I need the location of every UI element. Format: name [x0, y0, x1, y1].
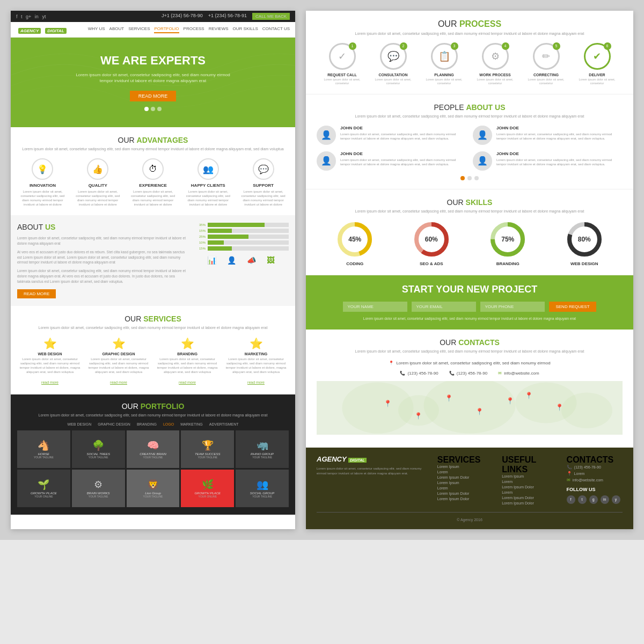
person-card-3: 👤 JOHN DOE Lorem ipsum dolor sit amet, c… [317, 151, 466, 171]
footer-link-s5[interactable]: Lorem [437, 486, 493, 490]
nav-process[interactable]: PROCESS [184, 26, 204, 33]
new-project-text: Lorem ipsum dolor sit amet, consetetur s… [362, 316, 577, 321]
portfolio-item-brain-works[interactable]: ⚙ BRAIN WORKS YOUR TAGLINE [72, 470, 125, 507]
phone-input[interactable] [480, 302, 545, 312]
branding-link[interactable]: read more [179, 380, 196, 384]
footer-link-u3[interactable]: Lorem Ipsum Dolor [502, 485, 558, 489]
step-correct-text: Lorem ipsum dolor sit amet, consetetur [521, 78, 572, 85]
footer-useful-title: USEFUL LINKS [502, 455, 558, 474]
person-info-3: JOHN DOE Lorem ipsum dolor sit amet, con… [340, 151, 466, 167]
seo-name: SEO & ADS [413, 261, 450, 266]
footer-yt-icon[interactable]: y [612, 495, 620, 504]
people-dot-2[interactable] [467, 176, 472, 180]
skills-subtitle: Lorem ipsum dolor sit amet, consetetur s… [317, 209, 623, 214]
portfolio-item-social-trees[interactable]: 🌳 SOCIAL TREES YOUR TAGLINE [72, 430, 125, 468]
ln-icon[interactable]: in [35, 14, 39, 19]
branding-name: BRANDING [489, 261, 526, 266]
step-deliver-circle: ✔6 [584, 43, 611, 70]
map-pin-1: 📍 [384, 400, 392, 407]
footer-link-u4[interactable]: Lorem [502, 491, 558, 494]
footer-link-u5[interactable]: Lorem Ipsum Dolor [502, 496, 558, 500]
map-pins: 📍 📍 📍 📍 📍 📍 📍 [317, 381, 623, 435]
person-name-4: JOHN DOE [496, 151, 623, 156]
portfolio-item-growth[interactable]: 🌱 GROWTH PLACE YOUR ONLINE [17, 470, 70, 507]
hero-dots [21, 107, 284, 111]
people-dot-1[interactable] [460, 176, 465, 180]
people-dots [317, 176, 623, 180]
portfolio-item-team-success[interactable]: 🏆 TEAM SUCCESS YOUR TAGLINE [181, 430, 234, 468]
footer-link-u1[interactable]: Lorem Ipsum [502, 474, 558, 478]
hero-dot-1[interactable] [144, 107, 149, 111]
contact-phone1: 📞 (123) 456-78-90 [400, 371, 438, 376]
yt-icon[interactable]: yt [42, 14, 46, 19]
footer-gp-icon[interactable]: g [589, 495, 598, 504]
creative-sub: YOUR TAGLINE [143, 456, 163, 459]
read-more-button[interactable]: READ MORE [130, 91, 177, 101]
nav-why-us[interactable]: WHY US [88, 26, 105, 33]
fb-icon[interactable]: f [16, 14, 18, 19]
tab-web-design[interactable]: WEB DESIGN [68, 422, 92, 426]
skill-branding: 75% BRANDING [489, 221, 526, 266]
portfolio-item-lion[interactable]: 🦁 Lion Group YOUR TAGLINE [127, 470, 180, 507]
about-right: 35% 15% 25% [192, 223, 289, 298]
nav-contact[interactable]: CONTACT US [262, 26, 290, 33]
step-work-text: Lorem ipsum dolor sit amet, consetetur [470, 78, 521, 85]
hero-dot-2[interactable] [151, 107, 155, 111]
call-btn[interactable]: CALL ME BACK [252, 13, 290, 20]
people-dot-3[interactable] [474, 176, 479, 180]
step-consultation: 💬2 CONSULTATION Lorem ipsum dolor sit am… [368, 43, 419, 85]
email-input[interactable] [412, 302, 476, 312]
rhino-sub: YOUR TAGLINE [252, 456, 272, 459]
map-area: 📍 📍 📍 📍 📍 📍 📍 [317, 381, 623, 435]
footer-ln-icon[interactable]: in [601, 495, 609, 504]
nav-portfolio[interactable]: PORTFOLIO [154, 26, 179, 33]
person-card-4: 👤 JOHN DOE Lorem ipsum dolor sit amet, c… [473, 151, 623, 171]
nav-services[interactable]: SERVICES [128, 26, 150, 33]
portfolio-item-growth-red[interactable]: 🌿 GROWTH PLACE YOUR ONLINE [181, 470, 234, 507]
tw-icon[interactable]: t [21, 14, 23, 19]
footer-tw-icon[interactable]: t [578, 495, 587, 504]
footer-link-u6[interactable]: Lorem Ipsum Dolor [502, 501, 558, 505]
send-request-button[interactable]: SEND REQUEST [549, 302, 596, 312]
marketing-link[interactable]: read more [247, 380, 265, 384]
footer-fb-icon[interactable]: f [567, 495, 575, 504]
nav-our-skills[interactable]: OUR SKILLS [233, 26, 258, 33]
graphic-name: GRAPHIC DESIGN [86, 352, 151, 356]
portfolio-item-creative[interactable]: 🧠 CREATIVE BRAIN YOUR TAGLINE [127, 430, 180, 468]
bar-row-4: 10% [192, 240, 289, 245]
footer-link-s4[interactable]: Lorem Ipsum [437, 481, 493, 485]
nav-reviews[interactable]: REVIEWS [209, 26, 229, 33]
tab-branding[interactable]: BRANDING [137, 422, 157, 426]
figure-awards: 📣 [247, 256, 256, 265]
process-title: OUR PROCESS [317, 19, 623, 29]
name-input[interactable] [343, 302, 407, 312]
portfolio-section: OUR PORTFOLIO Lorem ipsum dolor sit amet… [11, 394, 295, 515]
phone1: J+1 (234) 56-78-90 [162, 13, 203, 20]
tab-logo[interactable]: LOGO [163, 422, 174, 426]
tab-advertisment[interactable]: ADVERTISMENT [209, 422, 239, 426]
portfolio-title: OUR PORTFOLIO [17, 402, 289, 411]
avatar-4: 👤 [473, 151, 492, 171]
support-title: SUPPORT [238, 183, 289, 188]
portfolio-item-horse[interactable]: 🐴 HORSE YOUR TAGLINE [17, 430, 70, 468]
footer-link-s2[interactable]: Lorem [437, 470, 493, 474]
graphic-link[interactable]: read more [110, 380, 127, 384]
about-read-more[interactable]: READ MORE [17, 289, 56, 298]
portfolio-item-rhino[interactable]: 🦏 RHINO GROUP YOUR TAGLINE [236, 430, 289, 468]
tab-marketing[interactable]: MARKETING [180, 422, 203, 426]
contacts-subtitle: Lorem ipsum dolor sit amet, consetetur s… [317, 349, 623, 354]
about-figures: 📊 👤 📣 🖼 [192, 256, 289, 265]
coding-donut: 45% [336, 221, 374, 258]
footer-link-s6[interactable]: Lorem Ipsum Dolor [437, 492, 493, 495]
tab-graphic[interactable]: GRAPHIC DESIGN [98, 422, 130, 426]
web-design-link[interactable]: read more [41, 380, 58, 384]
nav-about[interactable]: ABOUT [109, 26, 125, 33]
footer-link-s3[interactable]: Lorem Ipsum Dolor [437, 475, 493, 479]
portfolio-item-social-group[interactable]: 👥 SOCIAL GROUP YOUR TAGLINE [236, 470, 289, 507]
step-planning-circle: 📋3 [431, 43, 458, 70]
footer-link-s7[interactable]: Lorem Ipsum Dolor [437, 497, 493, 501]
hero-dot-3[interactable] [157, 107, 162, 111]
footer-link-u2[interactable]: Lorem [502, 480, 558, 484]
gp-icon[interactable]: g+ [26, 14, 31, 19]
footer-link-s1[interactable]: Lorem Ipsum [437, 465, 493, 469]
